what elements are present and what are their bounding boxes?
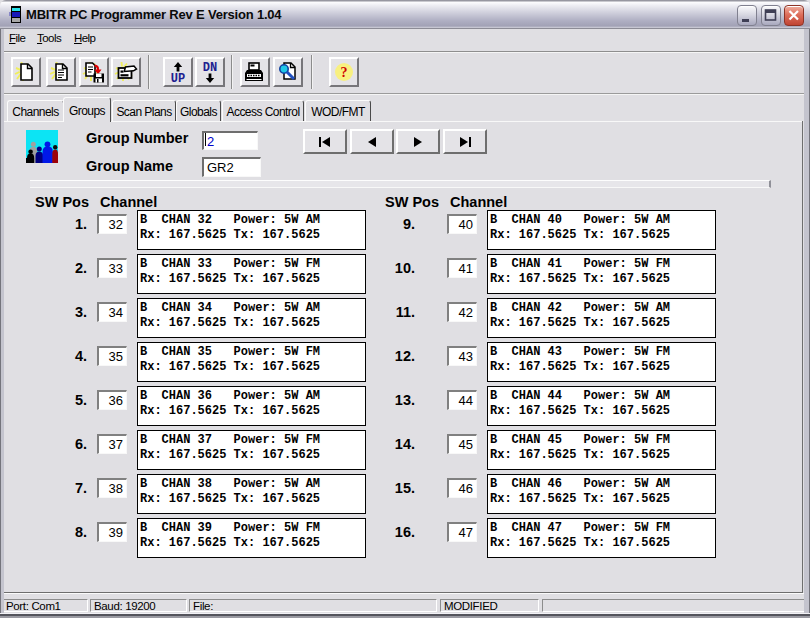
- svg-text:?: ?: [340, 65, 347, 80]
- svg-text:UP: UP: [171, 72, 185, 85]
- svg-text:DN: DN: [202, 61, 216, 75]
